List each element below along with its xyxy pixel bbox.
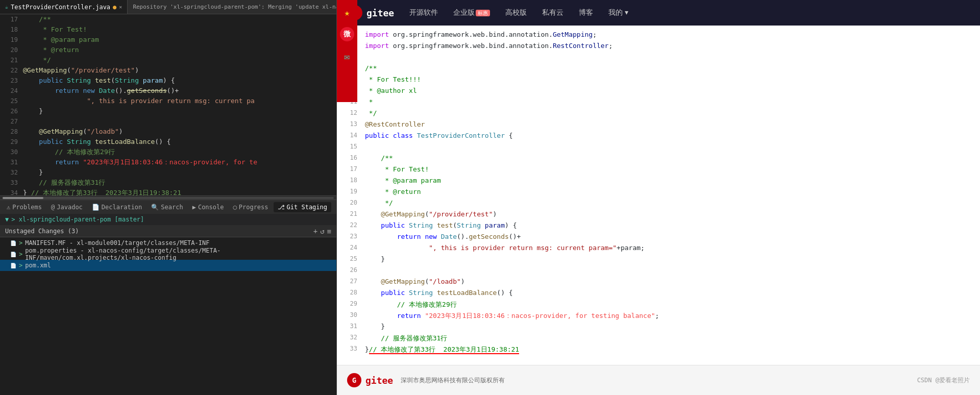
line-number: 19 <box>0 35 23 45</box>
gitee-code-view: 5 import org.springframework.web.bind.an… <box>337 26 980 395</box>
line-number: 28 <box>0 127 23 137</box>
g-line-num: 17 <box>347 165 365 172</box>
g-line-num: 21 <box>347 210 365 217</box>
javadoc-label: Javadoc <box>57 204 83 211</box>
progress-label: Progress <box>239 204 268 211</box>
tab-console[interactable]: ▶ Console <box>188 202 228 212</box>
g-code-line-19: 19 * @return <box>347 188 970 199</box>
tab-javadoc[interactable]: @ Javadoc <box>47 202 87 212</box>
unstaged-file-list: 📄 > MANIFEST.MF - xl-module001/target/cl… <box>0 237 336 271</box>
file-item-pom-xml[interactable]: 📄 > pom.xml <box>0 260 336 271</box>
g-code-line-31: 31 } <box>347 323 970 334</box>
g-line-num: 18 <box>347 177 365 184</box>
g-line-num: 28 <box>347 289 365 296</box>
g-code-line-9: 9 * For Test!!! <box>347 76 970 87</box>
g-code-line-29: 29 // 本地修改第29行 <box>347 300 970 311</box>
tab-repository[interactable]: Repository 'xl-springcloud-parent-pom': … <box>128 0 336 14</box>
g-line-text: */ <box>365 109 970 117</box>
g-code-line-8: 8 /** <box>347 64 970 76</box>
gitee-footer: G gitee 深圳市奥思网络科技有限公司版权所有 CSDN @爱看老照片 <box>337 365 980 395</box>
code-line-26: 26 } <box>0 106 336 116</box>
tab-search[interactable]: 🔍 Search <box>147 202 187 212</box>
line-number: 34 <box>0 188 23 195</box>
star-icon[interactable]: ★ <box>340 5 354 19</box>
g-line-text: * @author xl <box>365 87 970 94</box>
g-line-num: 29 <box>347 300 365 307</box>
nav-university[interactable]: 高校版 <box>505 8 527 17</box>
file-item-pom-properties[interactable]: 📄 > pom.properties - xl-nacos-config/tar… <box>0 249 336 260</box>
search-icon: 🔍 <box>151 204 159 211</box>
g-line-text: * For Test! <box>365 165 970 173</box>
tab-git-staging[interactable]: ⎇ Git Staging <box>274 202 331 212</box>
g-code-line-32: 32 // 服务器修改第31行 <box>347 334 970 345</box>
footer-company: 深圳市奥思网络科技有限公司版权所有 <box>401 376 505 385</box>
g-code-line-21: 21 @GetMapping("/provider/test") <box>347 210 970 221</box>
code-line-18: 18 * For Test! <box>0 24 336 35</box>
gitee-code-content: 5 import org.springframework.web.bind.an… <box>337 26 980 365</box>
nav-enterprise[interactable]: 企业版标惠 <box>453 8 490 17</box>
tab-declaration[interactable]: 📄 Declaration <box>88 202 146 212</box>
horizontal-scrollbar[interactable] <box>0 195 336 200</box>
progress-icon: ◯ <box>233 204 237 211</box>
line-number: 27 <box>0 116 23 127</box>
line-text: ", this is provider return msg: current … <box>23 96 336 106</box>
tab-problems[interactable]: ⚠ Problems <box>3 202 46 212</box>
mail-icon[interactable]: ✉ <box>340 49 354 63</box>
revert-button[interactable]: ↺ <box>320 227 324 235</box>
code-content: 17 /** 18 * For Test! 19 * @param param … <box>0 14 336 195</box>
line-text: * @param param <box>23 35 336 45</box>
nav-private-cloud[interactable]: 私有云 <box>542 8 564 17</box>
g-line-text: return new Date().getSeconds()+ <box>365 233 970 240</box>
collapse-button[interactable]: ≡ <box>327 227 331 235</box>
stage-all-button[interactable]: + <box>313 227 317 235</box>
g-line-text: // 本地修改第29行 <box>365 300 970 309</box>
nav-blog[interactable]: 博客 <box>579 8 593 17</box>
code-line-25: 25 ", this is provider return msg: curre… <box>0 96 336 106</box>
line-number: 32 <box>0 167 23 178</box>
g-line-num: 30 <box>347 311 365 318</box>
g-line-num: 22 <box>347 221 365 229</box>
tab-progress[interactable]: ◯ Progress <box>229 202 273 212</box>
line-number: 24 <box>0 86 23 96</box>
g-code-line-7: 7 <box>347 53 970 64</box>
g-line-num: 14 <box>347 132 365 139</box>
scroll-thumb[interactable] <box>3 197 43 199</box>
code-line-33: 33 // 服务器修改第31行 <box>0 178 336 188</box>
g-code-line-30: 30 return "2023年3月1日18:03:46：nacos-provi… <box>347 311 970 323</box>
g-line-num: 12 <box>347 109 365 116</box>
g-code-line-5: 5 import org.springframework.web.bind.an… <box>347 31 970 42</box>
tab-testprovidercontroller[interactable]: ☕ TestProviderController.java ● ✕ <box>0 0 128 14</box>
g-line-num: 16 <box>347 154 365 161</box>
line-number: 25 <box>0 96 23 106</box>
g-line-text: */ <box>365 199 970 207</box>
declaration-label: Declaration <box>102 204 142 211</box>
line-number: 26 <box>0 106 23 116</box>
nav-opensource[interactable]: 开源软件 <box>409 8 438 17</box>
line-number: 31 <box>0 157 23 167</box>
file-icon: 📄 <box>10 252 16 257</box>
g-line-text: } <box>365 323 970 330</box>
g-line-text: * @return <box>365 188 970 195</box>
footer-logo-text: gitee <box>365 375 393 386</box>
git-staging-icon: ⎇ <box>278 204 285 211</box>
g-line-text: public String test(String param) { <box>365 221 970 229</box>
nav-mine[interactable]: 我的 ▾ <box>608 8 628 17</box>
code-line-29: 29 public String testLoadBalance() { <box>0 137 336 147</box>
g-code-line-27: 27 @GetMapping("/loadb") <box>347 278 970 289</box>
g-line-text: @GetMapping("/loadb") <box>365 278 970 285</box>
g-line-text: * For Test!!! <box>365 76 970 83</box>
code-line-24: 24 return new Date().getSeconds()+ <box>0 86 336 96</box>
weibo-icon[interactable]: 微 <box>340 27 354 41</box>
code-editor[interactable]: 17 /** 18 * For Test! 19 * @param param … <box>0 14 336 195</box>
tab-close[interactable]: ✕ <box>119 4 122 10</box>
g-code-line-14: 14 public class TestProviderController { <box>347 132 970 143</box>
g-line-num: 27 <box>347 278 365 285</box>
g-line-text: /** <box>365 154 970 162</box>
line-text: // 本地修改第29行 <box>23 147 336 157</box>
line-number: 22 <box>0 65 23 76</box>
g-line-text: // 服务器修改第31行 <box>365 334 970 343</box>
g-code-line-10: 10 * @author xl <box>347 87 970 98</box>
code-line-19: 19 * @param param <box>0 35 336 45</box>
search-label: Search <box>161 204 183 211</box>
line-text: /** <box>23 14 336 24</box>
